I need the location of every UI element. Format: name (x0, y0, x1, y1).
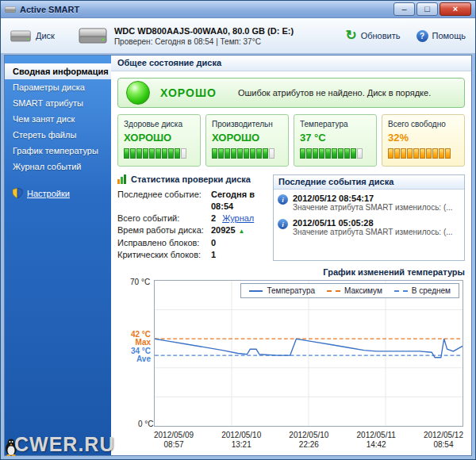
stat-row-total-events: Всего событий: 2 Журнал (117, 213, 265, 224)
stat-row-last-event: Последнее событие: Сегодня в 08:54 (117, 189, 265, 213)
settings-label: Настройки (27, 189, 70, 198)
drive-icon (79, 26, 107, 45)
temperature-chart: 70 °C 0 °C 42 °C Max 34 °C Ave Температу… (117, 280, 465, 455)
disk-menu-button[interactable]: Диск (10, 29, 55, 43)
max-ref-label: 42 °C Max (117, 331, 151, 347)
toolbar: Диск WDC WD800AAJS-00WAA0, 80.0 GB (D: E… (1, 18, 475, 54)
card-gauge (124, 148, 194, 159)
temperature-chart-svg (155, 281, 463, 426)
journal-link[interactable]: Журнал (222, 213, 254, 224)
recent-events-panel: Последние события диска i 2012/05/12 08:… (273, 174, 465, 261)
settings-link[interactable]: Настройки (12, 187, 111, 199)
status-message: Ошибок атрибутов не найдено. Диск в поря… (238, 88, 431, 98)
x-tick-time: 08:54 (424, 440, 463, 450)
x-tick-time: 08:57 (154, 440, 194, 450)
close-button[interactable]: × (440, 2, 471, 16)
card-title: Всего свободно (388, 120, 459, 128)
x-tick-date: 2012/05/11 (357, 431, 396, 440)
help-button[interactable]: ? Помощь (416, 30, 466, 42)
sidebar-item-event-log[interactable]: Журнал событий (5, 159, 111, 174)
event-item[interactable]: i 2012/05/12 08:54:17 Значение атрибута … (274, 190, 464, 214)
stat-value: 2 (211, 213, 216, 224)
card-free-space: Всего свободно 32% (382, 114, 465, 167)
titlebar[interactable]: Active SMART – □ × (1, 1, 475, 18)
card-gauge (212, 148, 282, 159)
event-description: Значение атрибута SMART изменилось: (... (293, 203, 461, 212)
x-tick-time: 14:42 (357, 440, 396, 450)
card-disk-health: Здоровье диска ХОРОШО (117, 114, 201, 167)
legend-item-average: В среднем (394, 286, 451, 295)
sidebar-item-temperature-graph[interactable]: График температуры (5, 143, 111, 159)
y-axis-max-label: 70 °C (130, 278, 150, 286)
x-tick-time: 13:21 (221, 440, 261, 450)
stat-row-repaired-blocks: Исправлено блоков: 0 (117, 237, 265, 249)
drive-info: WDC WD800AAJS-00WAA0, 80.0 GB (D: E:) Пр… (79, 26, 346, 46)
maximize-button[interactable]: □ (416, 2, 438, 16)
event-timestamp: 2012/05/12 08:54:17 (293, 194, 461, 203)
card-performance: Производительн ХОРОШО (205, 114, 289, 167)
x-tick: 2012/05/10 13:21 (221, 431, 261, 450)
app-body: Сводная информация Параметры диска SMART… (4, 55, 472, 456)
statistics-title: Статистика проверки диска (131, 174, 251, 184)
minimize-button[interactable]: – (393, 2, 415, 16)
refresh-icon: ↻ (345, 30, 356, 41)
legend-label: Максимум (344, 286, 382, 295)
chart-plot-area: Температура Максимум В среднем (154, 280, 463, 427)
legend-label: В среднем (412, 286, 451, 295)
shield-icon (12, 187, 23, 199)
x-tick-date: 2012/05/10 (221, 431, 261, 440)
drive-status: Проверен: Сегодня в 08:54 | Темп: 37°C (114, 37, 294, 46)
legend-item-maximum: Максимум (327, 286, 382, 295)
card-title: Температура (300, 120, 370, 128)
bar-chart-icon (117, 174, 126, 184)
x-tick: 2012/05/10 22:26 (289, 431, 328, 450)
x-tick: 2012/05/12 08:54 (424, 431, 463, 450)
stat-value: 1 (211, 249, 216, 261)
sidebar-item-summary[interactable]: Сводная информация (5, 63, 111, 79)
card-title: Здоровье диска (124, 120, 194, 128)
disk-icon (10, 29, 31, 43)
card-title: Производительн (212, 120, 282, 128)
stat-value: Сегодня в 08:54 (211, 189, 265, 213)
sidebar-item-erase-files[interactable]: Стереть файлы (5, 127, 111, 143)
watermark-text: CWER.RU (14, 433, 114, 456)
status-banner: ХОРОШО Ошибок атрибутов не найдено. Диск… (117, 78, 465, 108)
disk-check-statistics: Статистика проверки диска Последнее собы… (117, 174, 265, 261)
y-axis-min-label: 0 °C (138, 420, 154, 428)
x-tick: 2012/05/11 14:42 (357, 431, 396, 450)
sidebar-item-smart-attributes[interactable]: SMART атрибуты (5, 95, 111, 111)
event-description: Значение атрибута SMART изменилось: (... (293, 228, 461, 236)
card-gauge (388, 148, 459, 159)
info-icon: i (278, 194, 288, 205)
stat-label: Критических блоков: (117, 249, 211, 261)
up-arrow-icon: ▲ (239, 225, 245, 237)
status-orb-icon (126, 81, 150, 105)
legend-item-temperature: Температура (249, 286, 315, 295)
chart-legend: Температура Максимум В среднем (240, 283, 459, 298)
event-item[interactable]: i 2012/05/11 05:05:28 Значение атрибута … (274, 214, 464, 239)
sidebar: Сводная информация Параметры диска SMART… (5, 56, 111, 455)
section-title: Общее состояние диска (111, 56, 471, 71)
chart-title: График изменений температуры (117, 267, 465, 280)
card-value: ХОРОШО (124, 132, 194, 144)
watermark: CWER.RU (5, 433, 114, 456)
disk-menu-label: Диск (36, 31, 55, 40)
info-icon: i (278, 219, 288, 229)
x-tick-date: 2012/05/10 (289, 431, 328, 440)
stat-label: Всего событий: (117, 213, 211, 224)
content-area: Общее состояние диска ХОРОШО Ошибок атри… (111, 56, 471, 455)
sidebar-item-disk-parameters[interactable]: Параметры диска (5, 79, 111, 95)
refresh-button[interactable]: ↻ Обновить (345, 30, 400, 41)
help-icon: ? (416, 30, 428, 42)
stat-value: 20925 (211, 224, 236, 236)
window-title: Active SMART (20, 5, 392, 14)
card-temperature: Температура 37 °C (294, 114, 377, 167)
legend-label: Температура (267, 286, 315, 295)
temperature-chart-section: График изменений температуры 70 °C 0 °C … (117, 267, 465, 455)
legend-line-icon (249, 290, 263, 292)
stat-value: 0 (211, 237, 216, 249)
refresh-label: Обновить (361, 31, 401, 40)
x-tick-time: 22:26 (289, 440, 328, 450)
ave-ref-sublabel: Ave (117, 355, 151, 363)
sidebar-item-disk-usage[interactable]: Чем занят диск (5, 111, 111, 127)
